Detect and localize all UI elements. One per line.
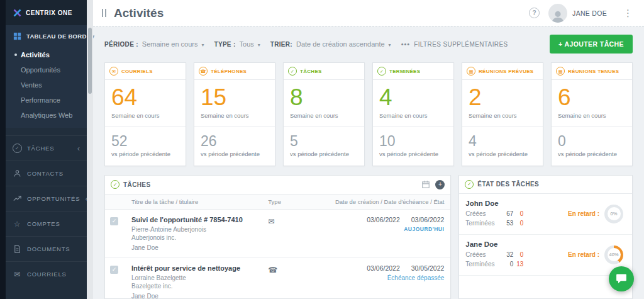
stat-label: TERMINÉES: [389, 69, 420, 74]
stat-value: 6: [558, 84, 626, 111]
stat-prev-value: 5: [290, 133, 358, 149]
check-circle-icon: ✓: [13, 144, 22, 153]
section-label: DOCUMENTS: [27, 245, 70, 252]
ellipsis-icon: •••: [401, 40, 411, 48]
scrollbar-thumb[interactable]: [88, 28, 92, 94]
avatar[interactable]: [548, 4, 567, 23]
check-circle-icon: ✓: [377, 67, 386, 76]
late-percent: 40%: [608, 248, 621, 261]
add-task-button[interactable]: + AJOUTER TÂCHE: [550, 35, 633, 54]
filter-periode-label: PÉRIODE :: [104, 41, 138, 48]
star-icon: ☆: [13, 220, 22, 228]
kebab-menu-icon[interactable]: ⋮: [623, 8, 633, 18]
done-value: 0: [501, 259, 513, 269]
tasks-panel-title: TÂCHES: [123, 181, 151, 188]
stat-card-reunions-prevues: ▦ RÉUNIONS PRÉVUES 2 Semaine en cours 4 …: [462, 62, 543, 166]
page-title: Activités: [114, 6, 164, 20]
filter-trier[interactable]: TRIER: Date de création ascendante ▾: [270, 40, 391, 48]
dashboard-label: TABLEAU DE BORD: [26, 33, 87, 40]
sidebar-item-analytiques-web[interactable]: Analytiques Web: [0, 108, 87, 123]
calendar-icon: ▦: [556, 67, 565, 76]
user-name: JANE DOE: [572, 9, 607, 17]
stat-period: Semaine en cours: [201, 112, 269, 119]
sidebar-section-documents[interactable]: DOCUMENTS: [0, 236, 87, 261]
sidebar-section-courriels[interactable]: ✉ COURRIELS: [0, 261, 87, 286]
column-title: Titre de la tâche / titulaire: [131, 198, 268, 205]
filter-trier-value: Date de création ascendante: [296, 40, 385, 48]
row-checkbox[interactable]: ✓: [110, 266, 118, 274]
sidebar-section-comptes[interactable]: ☆ COMPTES: [0, 211, 87, 236]
task-title: Suivi de l'opportunité # 7854-7410: [131, 216, 268, 223]
chevron-down-icon: ▾: [389, 42, 391, 48]
check-circle-icon: ✓: [465, 180, 474, 189]
late-donut: 0%: [604, 205, 623, 223]
help-icon[interactable]: ?: [529, 8, 540, 18]
filter-supplementaires[interactable]: ••• FILTRES SUPPLÉMENTAIRES: [401, 40, 508, 48]
stat-period: Semaine en cours: [469, 112, 536, 119]
task-owner: Jane Doe: [131, 293, 268, 299]
person-status-row: John Doe Créées 67 0 Terminées 53 0 En r…: [459, 194, 632, 235]
sidebar-section-contacts[interactable]: CONTACTS: [0, 161, 87, 186]
done-value: 53: [501, 218, 513, 228]
stat-prev-label: vs période précédente: [201, 150, 269, 157]
add-circle-icon[interactable]: +: [435, 180, 445, 189]
document-icon: [13, 244, 22, 254]
stat-period: Semaine en cours: [111, 112, 179, 119]
stat-prev-label: vs période précédente: [469, 150, 536, 157]
sidebar-item-tableau-de-bord[interactable]: TABLEAU DE BORD ▾: [0, 25, 87, 46]
sidebar-item-opportunites[interactable]: Opportunités: [0, 62, 87, 77]
done-label: Terminées: [465, 218, 501, 228]
chevron-down-icon: ▾: [202, 42, 204, 48]
table-row[interactable]: ✓ Suivi de l'opportunité # 7854-7410 Pie…: [105, 210, 450, 258]
dashboard-grid-icon: [13, 31, 22, 41]
person-name: John Doe: [465, 200, 563, 207]
logo-text: CENTRIX ONE: [26, 9, 72, 16]
task-contact: Pierre-Antoine Auberjonois: [131, 225, 268, 234]
mail-icon: ✉: [268, 216, 321, 226]
section-label: TÂCHES: [27, 145, 54, 152]
logo: CENTRIX ONE: [0, 0, 87, 25]
filter-trier-label: TRIER:: [270, 41, 292, 48]
stat-value: 64: [111, 84, 179, 111]
sidebar-scrollbar[interactable]: [87, 0, 93, 299]
bottom-row: ✓ TÂCHES + Titre de la tâche / titulaire…: [93, 166, 644, 299]
filter-bar: PÉRIODE : Semaine en cours ▾ TYPE : Tous…: [93, 26, 644, 54]
created-alt-value: 0: [513, 250, 523, 260]
stat-value: 4: [379, 84, 447, 111]
filter-type[interactable]: TYPE : Tous ▾: [214, 40, 260, 48]
phone-icon: ☎: [199, 67, 208, 76]
centrix-logo-icon: [13, 8, 22, 18]
dashboard-group: TABLEAU DE BORD ▾ Activités Opportunités…: [0, 25, 87, 128]
sidebar-sections: ✓ TÂCHES ‹ CONTACTS OPPORTUNITÉS ‹: [0, 135, 87, 286]
sidebar-item-ventes[interactable]: Ventes: [0, 77, 87, 93]
stat-prev-value: 4: [469, 133, 536, 149]
check-circle-icon: ✓: [288, 67, 297, 76]
stat-period: Semaine en cours: [379, 112, 447, 119]
stat-value: 15: [201, 84, 269, 111]
stat-prev-value: 26: [201, 133, 269, 149]
chat-button[interactable]: [609, 266, 634, 291]
stat-prev-value: 0: [558, 133, 626, 149]
chevron-left-icon: ‹: [77, 144, 80, 152]
task-due-date: 03/06/2022: [411, 216, 445, 223]
late-label: En retard :: [568, 251, 599, 258]
collapse-sidebar-icon[interactable]: [102, 9, 106, 17]
calendar-add-icon[interactable]: [421, 180, 430, 189]
sidebar-section-opportunites[interactable]: OPPORTUNITÉS ‹: [0, 186, 87, 211]
sidebar-item-performance[interactable]: Performance: [0, 93, 87, 108]
person-status-row: Jane Doe Créées 32 0 Terminées 0 13 En r…: [459, 235, 632, 276]
table-row[interactable]: ✓ Intérêt pour service de nettoyage Lorr…: [105, 258, 450, 299]
late-donut: 40%: [604, 245, 623, 264]
filter-periode[interactable]: PÉRIODE : Semaine en cours ▾: [104, 40, 204, 48]
task-title: Intérêt pour service de nettoyage: [131, 264, 268, 272]
stat-card-reunions-tenues: ▦ RÉUNIONS TENUES 6 Semaine en cours 0 v…: [551, 62, 633, 166]
trending-up-icon: [13, 194, 22, 203]
sidebar-section-taches[interactable]: ✓ TÂCHES ‹: [0, 135, 87, 161]
sidebar-item-activites[interactable]: Activités: [0, 47, 87, 62]
stat-value: 2: [469, 84, 536, 111]
task-due-date: 30/05/2022: [411, 264, 445, 272]
row-checkbox[interactable]: ✓: [110, 217, 118, 225]
task-company: Bazelgette inc.: [131, 282, 268, 291]
check-circle-icon: ✓: [111, 180, 119, 189]
task-company: Auberjonois inc.: [131, 234, 268, 242]
